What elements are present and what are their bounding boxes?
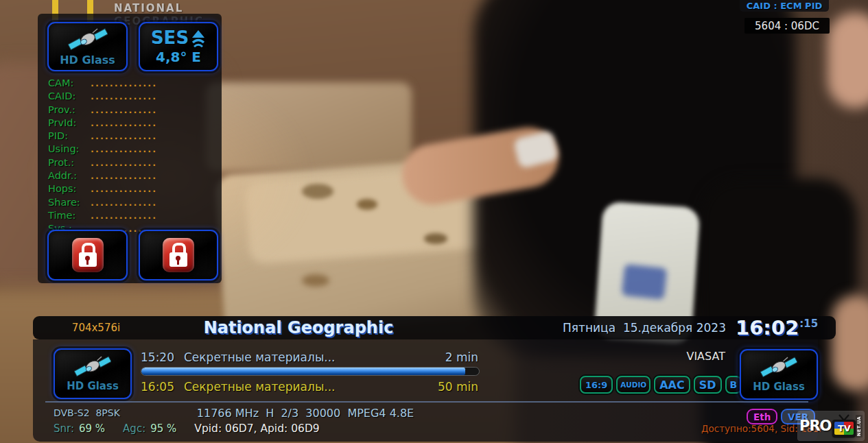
ses-satellite-logo-box: SES 4,8° E — [139, 22, 218, 71]
video-pebble — [357, 199, 377, 210]
cam-row-label: Using: — [48, 143, 91, 155]
satellite-icon — [68, 27, 108, 55]
cam-row: Using:.............. — [48, 143, 157, 156]
channel-name: National Geographic — [178, 316, 419, 339]
clock-time: 16:02 — [736, 316, 799, 339]
epg-remaining-time: 2 min — [445, 350, 478, 364]
epg-progress-bar — [141, 367, 480, 376]
ses-label: SES — [151, 29, 189, 46]
video-bag-print — [622, 264, 667, 300]
hd-glass-logo-box-left: HD Glass — [54, 348, 132, 399]
cam-row-label: Prot.: — [48, 156, 91, 169]
cam-row-value: .............. — [91, 211, 157, 221]
cam-row: PrvId:.............. — [48, 117, 157, 130]
agc-value: 95 % — [150, 422, 176, 435]
hd-glass-label: HD Glass — [60, 53, 115, 67]
cam-row: Hops:.............. — [48, 182, 157, 195]
hd-glass-logo-box: HD Glass — [47, 22, 128, 71]
hd-glass-label: HD Glass — [67, 380, 119, 392]
cam-status-list: CAM:.............. CAID:.............. P… — [48, 77, 157, 236]
cam-row-label: Addr.: — [48, 169, 91, 182]
transponder-info: 11766 MHz H 2/3 30000 MPEG4 4.8E — [158, 406, 453, 420]
pid-info: Vpid: 06D7, Apid: 06D9 — [194, 422, 319, 435]
cam-row-label: CAM: — [48, 77, 91, 89]
cam-row-value: .............. — [91, 131, 157, 141]
cam-row-label: PID: — [48, 130, 91, 142]
epg-event-title: Секретные материалы... — [184, 380, 438, 394]
tv-letters: TV — [834, 422, 854, 435]
satellite-icon — [74, 355, 111, 381]
ecm-pid-header: CAID : ECM PID — [740, 0, 829, 12]
cam-row-value: .............. — [91, 105, 157, 115]
cam-row-label: Hops: — [48, 182, 91, 195]
protv-netua-label: NET.UA — [856, 415, 863, 438]
resolution-label: 704x576i — [41, 316, 151, 339]
cam-row-value: .............. — [91, 171, 157, 181]
lock-keyhole — [176, 256, 180, 261]
cam-row-value: .............. — [91, 197, 157, 208]
provider-label: VIASAT — [621, 350, 725, 363]
snr-value: 69 % — [79, 422, 105, 435]
infobar-separator — [45, 401, 808, 403]
stream-flags: 16:9 AUDIO AAC SD B — [580, 375, 731, 394]
epg-next-event: 16:05 Секретные материалы... 50 min — [141, 379, 478, 394]
protv-wordmark: PRO — [799, 418, 831, 434]
cam-row-label: Share: — [48, 196, 91, 208]
epg-start-time: 15:20 — [141, 350, 174, 364]
cam-row-value: .............. — [91, 78, 157, 88]
video-skin-top-right — [828, 12, 868, 108]
video-skin-right — [832, 295, 868, 391]
hd-glass-label: HD Glass — [753, 381, 805, 393]
cam-row-value: .............. — [91, 118, 157, 128]
lock-icon — [163, 238, 194, 272]
sd-badge: SD — [694, 376, 722, 394]
snr-label: Snr: — [54, 422, 74, 435]
agc-label: Agc: — [123, 422, 145, 435]
cam-row-value: .............. — [91, 158, 157, 168]
cam-row: Time:.............. — [48, 209, 157, 222]
signal-readings-row: Snr: 69 % Agc: 95 % Vpid: 06D7, Apid: 06… — [54, 422, 320, 435]
lock-body — [79, 252, 97, 267]
lock-keyhole — [85, 256, 90, 261]
epg-current-event: 15:20 Секретные материалы... 2 min — [141, 350, 478, 365]
tv-set-icon: TV — [832, 414, 854, 438]
date-label: Пятница 15.декабря 2023 — [549, 316, 726, 339]
clock: 16:02 :15 — [736, 316, 818, 339]
aac-codec-badge: AAC — [654, 376, 690, 394]
cam-row: Addr.:.............. — [48, 169, 157, 182]
cam-row: Prot.:.............. — [48, 156, 157, 169]
cam-row-label: Time: — [48, 209, 91, 222]
cam-row-label: Prov.: — [48, 104, 91, 116]
lock-body — [169, 252, 187, 267]
cam-row-value: .............. — [91, 184, 157, 194]
epg-event-title: Секретные материалы... — [184, 350, 445, 364]
cam-info-panel: HD Glass SES 4,8° E CAM:.............. C… — [38, 14, 222, 283]
ecm-pid-value: 5604 : 06DC — [744, 18, 830, 34]
cam-row: CAM:.............. — [48, 77, 157, 90]
lock-indicator-box-1 — [47, 230, 128, 280]
cam-row: Share:.............. — [48, 196, 157, 209]
cam-row-label: CAID: — [48, 90, 91, 102]
ses-position-label: 4,8° E — [156, 50, 201, 64]
cam-row: CAID:.............. — [48, 90, 157, 103]
video-pebble — [424, 233, 447, 244]
epg-progress-fill — [141, 368, 465, 375]
snr-reading: Snr: 69 % — [54, 422, 105, 435]
cam-row-label: PrvId: — [48, 117, 91, 129]
audio-badge: AUDIO — [616, 376, 650, 394]
epg-start-time: 16:05 — [141, 380, 174, 394]
tv-osd-screen: NATIONAL GEOGRAPHIC HD Glass SES — [0, 0, 868, 443]
epg-duration: 50 min — [438, 380, 478, 394]
cam-row: Prov.:.............. — [48, 104, 157, 117]
protv-channel-logo: PRO TV NET.UA — [798, 411, 864, 440]
cam-row-value: .............. — [91, 91, 157, 101]
lock-indicator-box-2 — [139, 230, 218, 280]
cam-row: PID:.............. — [48, 130, 157, 143]
clock-seconds: :15 — [799, 318, 818, 330]
eth-badge: Eth — [747, 409, 777, 424]
satellite-icon — [760, 356, 797, 382]
ses-arrow-icon — [191, 29, 206, 50]
agc-reading: Agc: 95 % — [123, 422, 176, 435]
hd-glass-logo-box-right: HD Glass — [740, 349, 818, 400]
dvb-system-label: DVB-S2 8PSK — [54, 406, 120, 420]
